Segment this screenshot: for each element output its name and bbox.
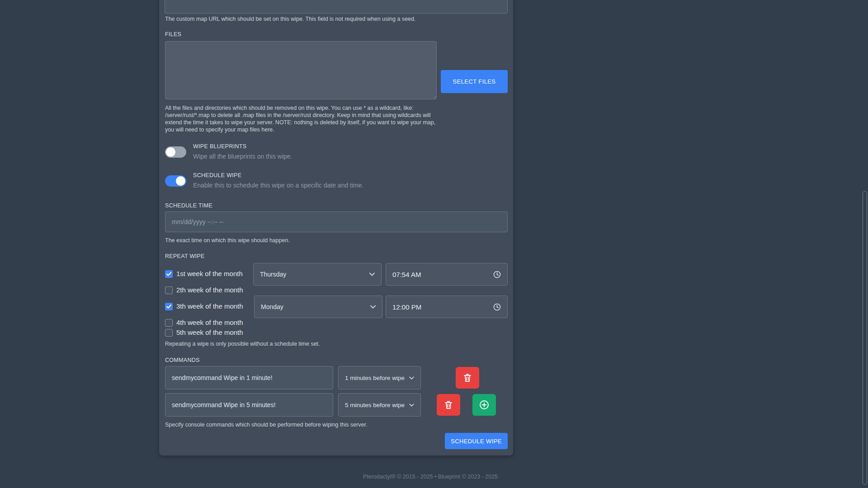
command1-input[interactable] bbox=[165, 366, 333, 389]
commands-helper: Specify console commands which should be… bbox=[165, 421, 481, 428]
map-url-helper: The custom map URL which should be set o… bbox=[165, 15, 481, 23]
chevron-down-icon bbox=[370, 305, 376, 309]
files-textarea[interactable] bbox=[165, 41, 437, 99]
selected-day: Monday bbox=[261, 303, 368, 310]
schedule-wipe-submit-button[interactable]: SCHEDULE WIPE bbox=[445, 433, 508, 449]
week1-checkbox[interactable] bbox=[165, 270, 173, 278]
files-helper: All the files and directories which shou… bbox=[165, 104, 442, 133]
week5-label: 5th week of the month bbox=[176, 328, 243, 336]
files-label: FILES bbox=[165, 31, 181, 38]
schedule-time-helper: The exact time on which this wipe should… bbox=[165, 237, 481, 244]
command2-delete-button[interactable] bbox=[437, 394, 460, 416]
clock-icon bbox=[493, 271, 501, 278]
schedule-wipe-label: SCHEDULE WIPE bbox=[193, 172, 241, 178]
week2-label: 2th week of the month bbox=[176, 286, 243, 294]
map-url-input[interactable] bbox=[165, 0, 508, 14]
schedule-time-input[interactable] bbox=[165, 211, 508, 232]
command1-delete-button[interactable] bbox=[456, 367, 479, 389]
chevron-down-icon bbox=[409, 404, 414, 407]
toggle-knob bbox=[176, 176, 185, 186]
week3-day-select[interactable]: Monday bbox=[254, 296, 382, 318]
week4-label: 4th week of the month bbox=[176, 319, 243, 326]
repeat-wipe-label: REPEAT WIPE bbox=[165, 253, 205, 259]
week2-checkbox[interactable] bbox=[165, 286, 173, 294]
trash-icon bbox=[463, 373, 472, 382]
week3-label: 3th week of the month bbox=[176, 302, 243, 310]
week1-day-select[interactable]: Thursday bbox=[253, 263, 382, 286]
selected-timing: 5 minutes before wipe bbox=[345, 402, 406, 408]
add-command-button[interactable] bbox=[472, 394, 496, 416]
time-value: 12:00 PM bbox=[392, 303, 493, 311]
command2-timing-select[interactable]: 5 minutes before wipe bbox=[338, 393, 421, 417]
time-value: 07:54 AM bbox=[392, 271, 493, 278]
check-icon bbox=[166, 272, 171, 276]
week5-checkbox[interactable] bbox=[165, 329, 173, 337]
trash-icon bbox=[444, 400, 453, 409]
wipe-blueprints-toggle[interactable] bbox=[165, 146, 186, 158]
command1-timing-select[interactable]: 1 minutes before wipe bbox=[338, 366, 421, 389]
chevron-down-icon bbox=[409, 376, 414, 380]
plus-circle-icon bbox=[479, 400, 489, 410]
wipe-blueprints-description: Wipe all the blueprints on this wipe. bbox=[193, 153, 292, 160]
schedule-time-label: SCHEDULE TIME bbox=[165, 202, 212, 209]
week1-time-input[interactable]: 07:54 AM bbox=[386, 263, 508, 286]
week1-label: 1st week of the month bbox=[176, 270, 243, 277]
check-icon bbox=[166, 305, 171, 309]
page: The custom map URL which should be set o… bbox=[0, 0, 868, 488]
toggle-knob bbox=[166, 147, 175, 157]
commands-label: COMMANDS bbox=[165, 357, 200, 363]
select-files-button[interactable]: SELECT FILES bbox=[441, 70, 508, 93]
week3-checkbox[interactable] bbox=[165, 303, 173, 310]
chevron-down-icon bbox=[369, 272, 375, 276]
wipe-blueprints-label: WIPE BLUEPRINTS bbox=[193, 143, 246, 150]
week4-checkbox[interactable] bbox=[165, 319, 173, 327]
schedule-wipe-description: Enable this to schedule this wipe on a s… bbox=[193, 182, 363, 189]
schedule-wipe-toggle[interactable] bbox=[165, 175, 186, 187]
command2-input[interactable] bbox=[165, 393, 333, 417]
repeat-wipe-helper: Repeating a wipe is only possible withou… bbox=[165, 340, 481, 347]
clock-icon bbox=[493, 303, 501, 311]
footer-copyright: Pterodactyl® © 2015 - 2025 • Blueprint ©… bbox=[363, 474, 498, 480]
selected-timing: 1 minutes before wipe bbox=[345, 375, 406, 381]
scrollbar-thumb[interactable] bbox=[863, 191, 867, 485]
selected-day: Thursday bbox=[260, 271, 367, 278]
week3-time-input[interactable]: 12:00 PM bbox=[386, 296, 508, 318]
